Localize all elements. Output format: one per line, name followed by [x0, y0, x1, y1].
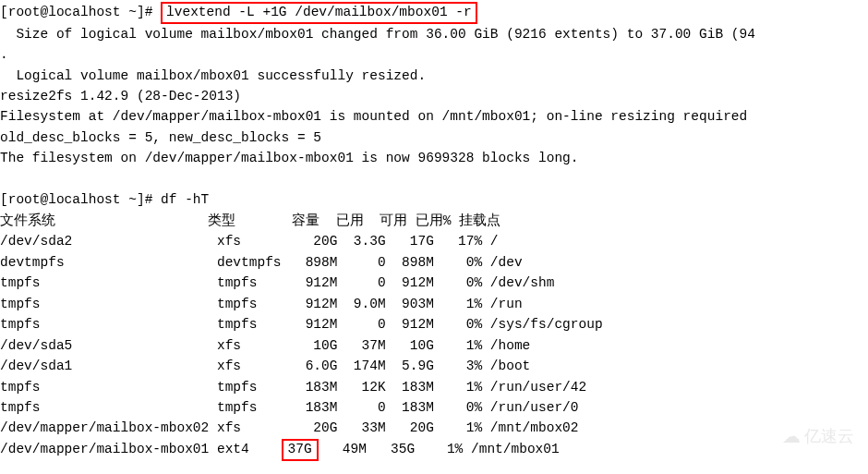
watermark-text: 亿速云	[804, 424, 854, 450]
df-row: /dev/sda1 xfs 6.0G 174M 5.9G 3% /boot	[0, 356, 868, 376]
df-row: devtmpfs devtmpfs 898M 0 898M 0% /dev	[0, 252, 868, 273]
output-line: Filesystem at /dev/mapper/mailbox-mbox01…	[0, 106, 868, 127]
output-line: resize2fs 1.42.9 (28-Dec-2013)	[0, 86, 868, 106]
df-row: tmpfs tmpfs 183M 12K 183M 1% /run/user/4…	[0, 377, 868, 397]
prompt-line-2: [root@localhost ~]# df -hT	[0, 189, 868, 210]
df-row: tmpfs tmpfs 183M 0 183M 0% /run/user/0	[0, 397, 868, 418]
df-row: tmpfs tmpfs 912M 0 912M 0% /dev/shm	[0, 273, 868, 293]
shell-prompt: [root@localhost ~]#	[0, 5, 161, 19]
lvextend-command-highlight: lvextend -L +1G /dev/mailbox/mbox01 -r	[161, 2, 477, 24]
df-output-table: 文件系统 类型 容量 已用 可用 已用% 挂载点/dev/sda2 xfs 20…	[0, 211, 868, 461]
cloud-icon: ☁	[782, 422, 801, 451]
df-header-row: 文件系统 类型 容量 已用 可用 已用% 挂载点	[0, 211, 868, 231]
output-line: .	[0, 44, 868, 65]
df-command: df -hT	[161, 192, 209, 207]
output-line: The filesystem on /dev/mapper/mailbox-mb…	[0, 148, 868, 168]
highlighted-size-cell: 37G	[282, 439, 319, 461]
output-line: Logical volume mailbox/mbox01 successful…	[0, 66, 868, 86]
watermark: ☁ 亿速云	[782, 422, 854, 451]
blank-line	[0, 169, 868, 189]
df-row: /dev/mapper/mailbox-mbox01 ext4 37G 49M …	[0, 439, 868, 461]
shell-prompt: [root@localhost ~]#	[0, 192, 161, 207]
df-row: tmpfs tmpfs 912M 0 912M 0% /sys/fs/cgrou…	[0, 314, 868, 334]
df-row: /dev/mapper/mailbox-mbox02 xfs 20G 33M 2…	[0, 418, 868, 438]
output-line: old_desc_blocks = 5, new_desc_blocks = 5	[0, 128, 868, 148]
df-row: /dev/sda5 xfs 10G 37M 10G 1% /home	[0, 335, 868, 356]
df-row: /dev/sda2 xfs 20G 3.3G 17G 17% /	[0, 231, 868, 251]
df-row: tmpfs tmpfs 912M 9.0M 903M 1% /run	[0, 294, 868, 314]
output-line: Size of logical volume mailbox/mbox01 ch…	[0, 24, 868, 44]
prompt-line-1: [root@localhost ~]# lvextend -L +1G /dev…	[0, 2, 868, 24]
